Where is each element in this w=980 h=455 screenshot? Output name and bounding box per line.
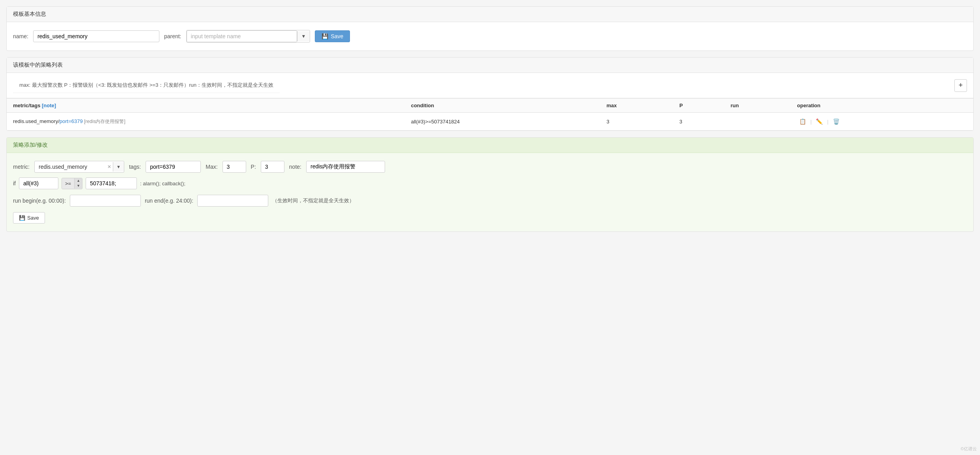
- run-begin-label: run begin(e.g. 00:00):: [13, 198, 66, 204]
- copy-icon[interactable]: 📋: [798, 117, 807, 126]
- run-end-input[interactable]: [197, 195, 268, 207]
- parent-label: parent:: [164, 33, 181, 39]
- validity-text: （生效时间，不指定就是全天生效）: [272, 197, 354, 204]
- td-operation: 📋 | ✏️ | 🗑️: [791, 113, 973, 131]
- section3-header: 策略添加/修改: [7, 138, 973, 153]
- table-header-row: metric/tags [note] condition max P run o…: [7, 99, 973, 113]
- run-end-label: run end(e.g. 24:00):: [145, 198, 193, 204]
- th-run: run: [724, 99, 791, 113]
- th-condition: condition: [405, 99, 600, 113]
- th-p: P: [673, 99, 724, 113]
- td-p: 3: [673, 113, 724, 131]
- operator-arrows: ▲ ▼: [74, 178, 82, 188]
- hint-row: max: 最大报警次数 P：报警级别（<3: 既发短信也发邮件 >=3：只发邮件…: [7, 73, 973, 98]
- metric-name: redis.used_memory/: [13, 118, 60, 124]
- note-label: note:: [289, 164, 301, 170]
- th-metric-tags: metric/tags [note]: [7, 99, 405, 113]
- th-max: max: [600, 99, 673, 113]
- strategy-form-row1: metric: redis.used_memory ✕ ▼ tags: Max:…: [13, 161, 967, 173]
- save-icon: 💾: [322, 33, 328, 39]
- alarm-text: : alarm(); callback();: [140, 181, 185, 186]
- operator-select-wrap: >= ▲ ▼: [62, 178, 82, 189]
- name-input[interactable]: [33, 30, 159, 42]
- strategy-edit-section: 策略添加/修改 metric: redis.used_memory ✕ ▼ ta…: [6, 137, 974, 232]
- td-run: [724, 113, 791, 131]
- if-label: if: [13, 180, 16, 186]
- metric-input-wrap: redis.used_memory ✕ ▼: [34, 161, 124, 173]
- tags-input[interactable]: [146, 161, 201, 173]
- metric-value-text: redis.used_memory: [35, 161, 106, 172]
- template-save-button[interactable]: 💾 Save: [315, 30, 350, 42]
- p-label: P:: [251, 164, 256, 170]
- template-basic-info-section: 模板基本信息 name: parent: ▼ 💾 Save: [6, 6, 974, 51]
- table-row: redis.used_memory/port=6379 [redis内存使用报警…: [7, 113, 973, 131]
- section1-header: 模板基本信息: [7, 7, 973, 22]
- th-operation: operation: [791, 99, 973, 113]
- parent-select-wrap: ▼: [186, 30, 310, 43]
- td-max: 3: [600, 113, 673, 131]
- strategy-list-section: 该模板中的策略列表 max: 最大报警次数 P：报警级别（<3: 既发短信也发邮…: [6, 57, 974, 131]
- metric-clear-btn[interactable]: ✕: [106, 162, 113, 172]
- parent-input[interactable]: [187, 30, 297, 42]
- threshold-input[interactable]: [86, 177, 137, 189]
- tag-link[interactable]: port=6379: [60, 118, 83, 124]
- delete-icon[interactable]: 🗑️: [832, 117, 841, 126]
- strategy-save-button[interactable]: 💾 Save: [13, 212, 45, 224]
- parent-dropdown-btn[interactable]: ▼: [297, 31, 310, 41]
- edit-icon[interactable]: ✏️: [815, 117, 824, 126]
- p-input[interactable]: [261, 161, 284, 173]
- max-input[interactable]: [223, 161, 246, 173]
- operator-value: >=: [62, 178, 74, 189]
- hint-text: max: 最大报警次数 P：报警级别（<3: 既发短信也发邮件 >=3：只发邮件…: [13, 78, 280, 93]
- operator-down-btn[interactable]: ▼: [75, 183, 82, 188]
- strategy-table: metric/tags [note] condition max P run o…: [7, 98, 973, 131]
- operator-up-btn[interactable]: ▲: [75, 178, 82, 183]
- note-input[interactable]: [306, 161, 385, 173]
- metric-label: metric:: [13, 164, 30, 170]
- metric-arrow-btn[interactable]: ▼: [113, 162, 124, 172]
- run-begin-input[interactable]: [70, 195, 141, 207]
- td-condition: all(#3)>=5073741824: [405, 113, 600, 131]
- tags-label: tags:: [129, 164, 141, 170]
- condition-input[interactable]: [19, 177, 58, 189]
- strategy-save-row: 💾 Save: [13, 212, 967, 224]
- td-metric-tags: redis.used_memory/port=6379 [redis内存使用报警…: [7, 113, 405, 131]
- note-cell: [redis内存使用报警]: [83, 119, 125, 124]
- strategy-run-row: run begin(e.g. 00:00): run end(e.g. 24:0…: [13, 195, 967, 207]
- section2-header: 该模板中的策略列表: [7, 58, 973, 73]
- name-label: name:: [13, 33, 28, 39]
- max-label: Max:: [206, 164, 217, 170]
- strategy-if-row: if >= ▲ ▼ : alarm(); callback();: [13, 177, 967, 189]
- save-small-icon: 💾: [19, 215, 25, 221]
- add-strategy-button[interactable]: +: [954, 79, 967, 92]
